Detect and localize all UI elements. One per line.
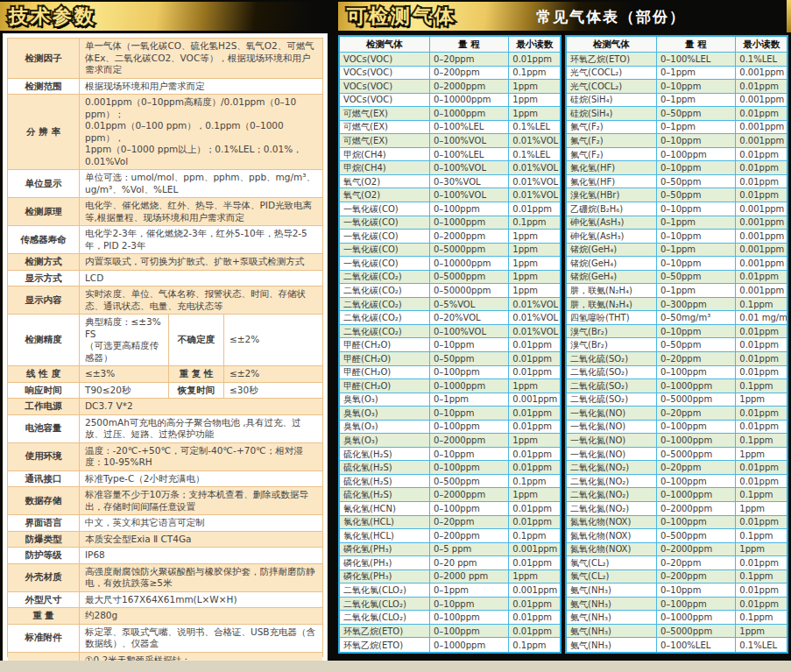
gas-row: 臭氧(O₃) 0–1ppm 0.001ppm [340,393,560,407]
gas-min-reading-cell: 0.001ppm [736,134,787,147]
gas-row: 甲醛(CH₂O) 0–10ppm 0.01ppm [340,338,560,352]
spec-label: 外型尺寸 [8,592,80,608]
gas-name-cell: 硅烷(SiH₄) [567,107,657,120]
gas-min-reading-cell: 0.1ppm [736,379,787,393]
gas-row: 乙硼烷(B₂H₆) 0–10ppm 0.001ppm [567,202,787,216]
gas-range-cell: 0–1ppm [657,94,736,107]
gas-range-cell: 0–10ppm [430,407,509,420]
gas-table-header-row: 检测气体 量 程 最小读数 [340,37,560,53]
gas-range-cell: 0–20ppm [430,53,509,66]
gas-name-cell: 锗烷(GeH₄) [567,257,657,270]
gas-range-cell: 0–50ppm [657,188,736,202]
gas-min-reading-cell: 0.1ppm [509,475,560,488]
gas-min-reading-cell: 1ppm [509,284,560,297]
gas-range-cell: 0–20ppm [430,516,509,529]
gas-range-cell: 0–20ppm [657,352,736,365]
spec-row: 显示方式 LCD [8,271,322,287]
bottom-strip-decoration [0,661,791,672]
gas-name-cell: 二氧化碳(CO₂) [340,271,430,284]
gas-name-cell: 硫化氢(H₂S) [340,461,430,474]
gas-row: 一氧化碳(CO) 0–2000ppm 1ppm [340,230,560,244]
gas-name-cell: 氨气(NH₃) [567,598,657,611]
gas-name-cell: 甲醛(CH₂O) [340,338,430,351]
gas-min-reading-cell: 0.01ppm [736,161,787,174]
spec-row: 界面语言 中文，英文和其它语言可定制 [8,515,322,532]
gas-min-reading-cell: 1ppm [509,107,560,120]
gas-min-reading-cell: 1ppm [736,448,787,461]
gas-name-cell: VOCs(VOC) [340,67,430,80]
gas-min-reading-cell: 0.1%LEL [736,53,787,66]
gas-name-cell: 氟气(F₂) [567,148,657,161]
gas-row: 二氧化碳(CO₂) 0–5%VOL 0.01%VOL [340,298,560,312]
gas-min-reading-cell: 0.01ppm [736,188,787,202]
gas-min-reading-cell: 0.1ppm [509,216,560,230]
spec-value: 标定罩、泵吸式气嘴、说明书、合格证、USB充电器（含数据线）、仪器盒 [80,625,322,652]
gas-row: 甲醛(CH₂O) 0–100ppm 0.01ppm [340,366,560,380]
gas-min-reading-cell: 0.01ppm [736,352,787,365]
gas-row: 环氧乙烷(ETO) 0–1000ppm 0.1ppm [340,638,560,652]
gas-row: VOCs(VOC) 0–10000ppm 1ppm [340,94,560,108]
gas-min-reading-cell: 0.001ppm [736,216,787,230]
left-panel-header-banner: 技术参数 [0,0,326,32]
gas-column-header: 最小读数 [736,37,787,52]
gas-range-cell: 0–5 ppm [430,543,509,556]
gas-name-cell: 甲烷(CH4) [340,148,430,161]
gas-min-reading-cell: 0.01ppm [736,107,787,120]
gas-row: 硅烷(SiH₄) 0–50ppm 0.01ppm [567,107,787,121]
gas-min-reading-cell: 0.01ppm [736,338,787,351]
gold-edge-decoration [787,0,791,32]
gas-row: 一氧化氮(NO) 0–5000ppm 1ppm [567,448,787,462]
gas-row: 环氧乙烷(ETO) 0–100ppm 0.01ppm [340,625,560,639]
gas-name-cell: 溴气(Br₂) [567,325,657,338]
gas-range-cell: 0–100%VOL [430,161,509,174]
gas-name-cell: 二氧化碳(CO₂) [340,284,430,297]
gas-range-cell: 0–10000ppm [430,94,509,107]
gas-row: 二氧化硫(SO₂) 0–1000ppm 0.1ppm [567,379,787,393]
gas-row: 硫化氢(H₂S) 0–2000ppm 1ppm [340,488,560,502]
gas-min-reading-cell: 0.001ppm [736,202,787,216]
gas-min-reading-cell: 0.01ppm [509,366,560,379]
gas-row: 溴气(Br₂) 0–10ppm 0.01ppm [567,325,787,339]
gas-min-reading-cell: 0.01ppm [509,502,560,515]
spec-label: 恢复时间 [168,383,224,399]
gas-range-cell: 0–100%LEL [430,121,509,134]
gas-name-cell: 溴化氢(HBr) [567,188,657,202]
spec-row: 检测范围 根据现场环境和用户需求而定 [8,79,322,95]
spec-label: 单位显示 [8,170,80,197]
gas-min-reading-cell: 0.1ppm [509,529,560,542]
gas-row: 甲醛(CH₂O) 0–1000ppm 1ppm [340,379,560,393]
spec-row: 响应时间 T90≤20秒 恢复时间≤30秒 [8,383,322,400]
spec-row: 检测原理 电化学、催化燃烧、红外、热导、半导体、PID光致电离等,根据量程、现场… [8,198,322,226]
gas-row: 溴化氢(HBr) 0–50ppm 0.01ppm [567,188,787,202]
gas-column-header: 检测气体 [340,37,430,52]
spec-value: 实时浓度、单位、气体名称、报警状态、时间、存储状态、通讯状态、电量、充电状态等 [80,286,322,314]
spec-label: 外壳材质 [8,564,80,591]
gas-name-cell: VOCs(VOC) [340,80,430,93]
gas-range-cell: 0–20 ppm [430,556,509,569]
gas-min-reading-cell: 0.001ppm [736,94,787,107]
gas-name-cell: 氨气(NH₃) [567,611,657,624]
gas-name-cell: 臭氧(O₃) [340,421,430,434]
gas-row: 二氧化碳(CO₂) 0–20%VOL 0.01%VOL [340,311,560,325]
spec-row: 电池容量 2500mAh可充电的高分子聚合物电池 ,具有过充、过放、过压、短路、… [8,415,322,443]
gas-name-cell: 环氧乙烷(ETO) [567,53,657,66]
gas-range-cell: 0–10ppm [657,584,736,597]
gas-range-cell: 0–100ppm [657,366,736,379]
gas-range-cell: 0–100%LEL [657,638,736,652]
gas-row: 溴气(Br₂) 0–50ppm 0.01ppm [567,338,787,352]
gas-row: 光气(COCL₂) 0–10ppm 0.01ppm [567,80,787,94]
gas-name-cell: 肼，联氨(N₂H₄) [567,298,657,311]
gas-range-cell: 0–100ppm [657,598,736,611]
gas-name-cell: 氮氧化物(NOX) [567,543,657,556]
spec-row: 工作电源 DC3.7 V*2 [8,399,322,415]
gas-row: 可燃气(EX) 0–100%LEL 0.1%LEL [340,121,560,135]
spec-label: 检测范围 [8,79,80,95]
gas-range-cell: 0–1000ppm [430,379,509,393]
gas-name-cell: 锗烷(GeH₄) [567,244,657,257]
gas-range-cell: 0–20ppm [657,407,736,420]
gas-row: 磷化氢(PH₃) 0–2000 ppm 1ppm [340,570,560,584]
gas-row: VOCs(VOC) 0–20ppm 0.01ppm [340,53,560,67]
gas-row: 可燃气(EX) 0–1000ppm 1ppm [340,107,560,121]
spec-label: 检测因子 [8,39,80,78]
gas-row: 一氧化碳(CO) 0–10000ppm 1ppm [340,257,560,271]
